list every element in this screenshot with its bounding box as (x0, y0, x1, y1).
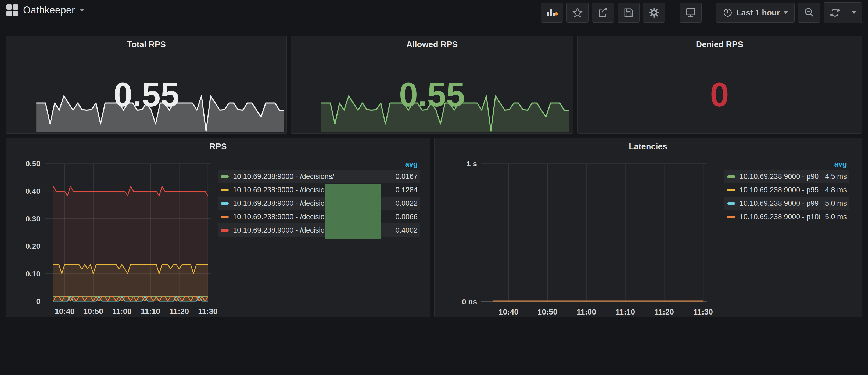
panel-rps-graph: RPS 10:4010:5011:0011:1011:2011:3000.100… (6, 138, 430, 317)
panel-latencies-graph: Latencies 10:4010:5011:0011:1011:2011:30… (434, 138, 862, 317)
panel-total-rps: Total RPS 0.55 (6, 36, 287, 133)
series-label[interactable]: 10.10.69.238:9000 - /decisions/ (233, 213, 334, 221)
series-avg-value: 0.1284 (390, 186, 417, 194)
share-icon (597, 7, 609, 19)
series-color-swatch[interactable] (221, 229, 229, 231)
svg-text:0 ns: 0 ns (462, 298, 477, 306)
panel-title-allowed-rps[interactable]: Allowed RPS (291, 40, 573, 50)
series-label[interactable]: 10.10.69.238:9000 - p99 (740, 199, 818, 208)
add-panel-button[interactable] (541, 3, 563, 23)
time-range-label: Last 1 hour (736, 8, 780, 17)
latencies-legend-item[interactable]: 10.10.69.238:9000 - p1005.0 ms (724, 210, 849, 223)
latencies-legend-item[interactable]: 10.10.69.238:9000 - p904.5 ms (724, 170, 849, 183)
svg-text:0.30: 0.30 (26, 215, 40, 223)
series-avg-value: 4.5 ms (819, 173, 847, 181)
series-avg-value: 0.0022 (390, 199, 417, 208)
latencies-legend-rows: 10.10.69.238:9000 - p904.5 ms10.10.69.23… (724, 170, 849, 223)
rps-legend-item[interactable]: 10.10.69.238:9000 - /decisions/0.1284 (218, 183, 420, 197)
series-label[interactable]: 10.10.69.238:9000 - p90 (740, 173, 818, 181)
monitor-icon (685, 7, 696, 19)
svg-text:0.20: 0.20 (26, 242, 40, 250)
svg-text:11:10: 11:10 (141, 307, 160, 316)
panel-denied-rps: Denied RPS 0 (577, 36, 862, 133)
total-rps-value: 0.55 (6, 75, 286, 114)
toolbar: Last 1 hour (541, 2, 862, 23)
settings-button[interactable] (643, 3, 665, 23)
share-button[interactable] (592, 3, 614, 23)
series-color-swatch[interactable] (727, 202, 735, 205)
refresh-button-group (824, 2, 862, 23)
time-range-button[interactable]: Last 1 hour (716, 3, 795, 23)
series-color-swatch[interactable] (727, 216, 735, 218)
svg-text:10:50: 10:50 (537, 308, 557, 316)
series-avg-value: 5.0 ms (819, 199, 847, 208)
dashboard-picker[interactable]: Oathkeeper (6, 4, 84, 16)
chevron-down-icon (852, 11, 856, 14)
series-label[interactable]: 10.10.69.238:9000 - /decisions/ (233, 186, 334, 194)
series-color-swatch[interactable] (221, 216, 229, 218)
svg-text:11:30: 11:30 (693, 308, 713, 316)
refresh-button[interactable] (824, 3, 846, 23)
grafana-dashboard: Oathkeeper (0, 0, 868, 375)
series-color-swatch[interactable] (727, 176, 735, 178)
latencies-legend: avg 10.10.69.238:9000 - p904.5 ms10.10.6… (724, 158, 849, 223)
series-color-swatch[interactable] (221, 189, 229, 191)
series-color-swatch[interactable] (221, 176, 229, 178)
svg-text:11:00: 11:00 (112, 307, 132, 316)
series-avg-value: 4.8 ms (819, 186, 847, 194)
series-color-swatch[interactable] (727, 189, 735, 191)
zoom-out-button[interactable] (798, 3, 820, 23)
rps-legend-item[interactable]: 10.10.69.238:9000 - /decisions/0.0022 (218, 197, 420, 210)
latencies-legend-item[interactable]: 10.10.69.238:9000 - p995.0 ms (724, 197, 849, 210)
panel-title-rps[interactable]: RPS (6, 142, 430, 152)
legend-avg-header[interactable]: avg (834, 160, 849, 168)
series-avg-value: 5.0 ms (819, 213, 847, 221)
series-color-swatch[interactable] (221, 202, 229, 205)
rps-legend-item[interactable]: 10.10.69.238:9000 - /decisions/0.0167 (218, 170, 420, 183)
svg-text:10:50: 10:50 (83, 307, 103, 316)
series-label[interactable]: 10.10.69.238:9000 - /decisions/ (233, 199, 334, 208)
dashboard-title: Oathkeeper (23, 5, 75, 16)
series-label[interactable]: 10.10.69.238:9000 - /decisions/ (233, 226, 334, 235)
clock-icon (723, 8, 733, 18)
chevron-down-icon (784, 11, 788, 14)
series-label[interactable]: 10.10.69.238:9000 - p95 (740, 186, 818, 194)
panel-title-latencies[interactable]: Latencies (435, 142, 862, 152)
latencies-legend-item[interactable]: 10.10.69.238:9000 - p954.8 ms (724, 183, 849, 197)
series-avg-value: 0.0167 (390, 173, 417, 181)
panel-allowed-rps: Allowed RPS 0.55 (291, 36, 573, 133)
series-label[interactable]: 10.10.69.238:9000 - p100 (740, 213, 819, 221)
svg-text:11:20: 11:20 (169, 307, 189, 316)
gear-icon (648, 7, 660, 19)
save-button[interactable] (618, 3, 640, 23)
refresh-options-button[interactable] (846, 3, 862, 23)
panel-title-denied-rps[interactable]: Denied RPS (578, 40, 862, 50)
refresh-icon (829, 7, 841, 19)
svg-text:0.40: 0.40 (26, 187, 40, 195)
allowed-rps-value: 0.55 (291, 75, 573, 114)
svg-text:11:00: 11:00 (577, 308, 596, 316)
cycle-view-button[interactable] (680, 3, 702, 23)
selection-overlay (325, 184, 381, 239)
svg-text:11:30: 11:30 (198, 307, 218, 316)
rps-legend: avg 10.10.69.238:9000 - /decisions/0.016… (218, 158, 420, 237)
svg-text:11:20: 11:20 (654, 308, 674, 316)
rps-legend-item[interactable]: 10.10.69.238:9000 - /decisions/0.4002 (218, 223, 420, 237)
panel-title-total-rps[interactable]: Total RPS (6, 40, 286, 50)
svg-text:10:40: 10:40 (55, 307, 75, 316)
rps-legend-item[interactable]: 10.10.69.238:9000 - /decisions/0.0066 (218, 210, 420, 223)
svg-text:10:40: 10:40 (498, 308, 518, 316)
topbar: Oathkeeper (0, 0, 868, 25)
svg-text:1 s: 1 s (467, 160, 477, 168)
star-button[interactable] (566, 3, 589, 23)
save-icon (623, 7, 634, 19)
series-avg-value: 0.0066 (390, 213, 417, 221)
svg-text:11:10: 11:10 (616, 308, 635, 316)
legend-avg-header[interactable]: avg (405, 160, 420, 168)
svg-text:0.10: 0.10 (26, 270, 40, 278)
chevron-down-icon (80, 9, 84, 11)
add-panel-icon (546, 7, 558, 19)
rps-legend-rows: 10.10.69.238:9000 - /decisions/0.016710.… (218, 170, 420, 237)
denied-rps-value: 0 (578, 75, 862, 114)
series-label[interactable]: 10.10.69.238:9000 - /decisions/ (233, 173, 334, 181)
